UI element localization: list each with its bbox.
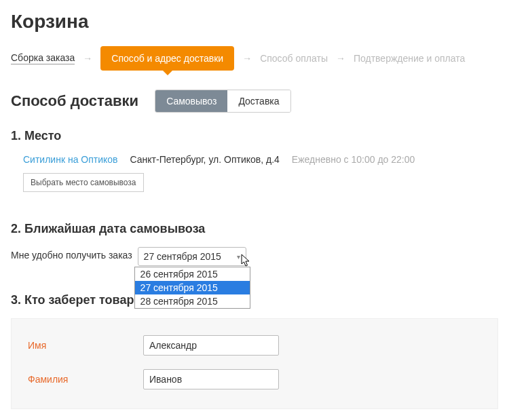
step-confirm: Подтверждение и оплата [354,53,465,64]
date-option[interactable]: 27 сентября 2015 [135,281,250,294]
store-hours: Ежедневно с 10:00 до 22:00 [292,154,415,165]
date-select[interactable]: 27 сентября 2015 ▾ [138,247,246,266]
chevron-down-icon: ▾ [237,253,240,261]
delivery-heading: Способ доставки [11,92,138,110]
delivery-toggle: Самовывоз Доставка [155,90,290,113]
date-option[interactable]: 28 сентября 2015 [135,294,250,308]
step-payment-method: Способ оплаты [260,53,328,64]
arrow-icon: → [336,53,345,64]
page-title: Корзина [11,11,498,33]
surname-label: Фамилия [28,374,143,385]
arrow-icon: → [83,53,92,64]
section-3-heading: 3. Кто заберет товары [11,293,498,307]
arrow-icon: → [242,53,252,64]
pickup-option[interactable]: Самовывоз [155,90,227,112]
surname-input[interactable] [143,369,279,389]
delivery-option[interactable]: Доставка [227,90,290,112]
date-label: Мне удобно получить заказ [11,247,132,261]
date-select-value: 27 сентября 2015 [144,251,221,262]
date-option[interactable]: 26 сентября 2015 [135,267,250,281]
store-link[interactable]: Ситилинк на Оптиков [23,154,118,165]
section-1-heading: 1. Место [11,129,498,143]
date-dropdown: 26 сентября 2015 27 сентября 2015 28 сен… [134,267,250,309]
choose-pickup-button[interactable]: Выбрать место самовывоза [23,173,144,192]
step-assembly[interactable]: Сборка заказа [11,52,75,64]
name-input[interactable] [143,335,279,356]
name-label: Имя [28,340,143,351]
step-delivery-method[interactable]: Способ и адрес доставки [100,46,234,71]
recipient-form: Имя Фамилия [11,318,498,409]
section-2-heading: 2. Ближайшая дата самовывоза [11,222,498,236]
pickup-location-info: Ситилинк на Оптиков Санкт-Петербург, ул.… [23,154,498,165]
checkout-steps: Сборка заказа → Способ и адрес доставки … [11,46,498,71]
store-address: Санкт-Петербург, ул. Оптиков, д.4 [130,154,280,165]
